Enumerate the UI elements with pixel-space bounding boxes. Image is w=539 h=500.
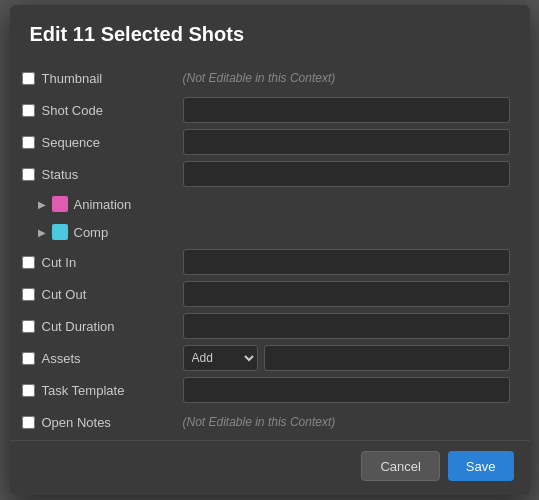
field-row-status: Status [20,158,510,190]
color-animation [52,196,68,212]
field-row-open-notes: Open Notes (Not Editable in this Context… [20,406,510,438]
checkbox-input-thumbnail[interactable] [22,72,35,85]
label-animation: Animation [74,197,132,212]
label-assets: Assets [38,351,183,366]
value-sequence [183,129,510,155]
input-status[interactable] [183,161,510,187]
dialog-title: Edit 11 Selected Shots [10,5,530,58]
expander-comp[interactable]: ▶ [38,227,52,238]
value-shot-code [183,97,510,123]
value-task-template [183,377,510,403]
label-status: Status [38,167,183,182]
checkbox-sequence[interactable] [20,136,38,149]
value-open-notes: (Not Editable in this Context) [183,415,510,429]
save-button[interactable]: Save [448,451,514,481]
value-cut-duration [183,313,510,339]
cancel-button[interactable]: Cancel [361,451,439,481]
select-assets[interactable]: Add Remove Set [183,345,258,371]
checkbox-input-status[interactable] [22,168,35,181]
checkbox-assets[interactable] [20,352,38,365]
field-row-assets: Assets Add Remove Set [20,342,510,374]
color-comp [52,224,68,240]
value-status [183,161,510,187]
label-cut-out: Cut Out [38,287,183,302]
dialog-footer: Cancel Save [10,440,530,495]
checkbox-cut-duration[interactable] [20,320,38,333]
checkbox-input-task-template[interactable] [22,384,35,397]
input-cut-in[interactable] [183,249,510,275]
value-cut-in [183,249,510,275]
field-row-task-template: Task Template [20,374,510,406]
task-row-comp: ▶ Comp [20,218,510,246]
value-assets: Add Remove Set [183,345,510,371]
dialog-body: Thumbnail (Not Editable in this Context)… [10,58,530,440]
input-cut-out[interactable] [183,281,510,307]
task-row-animation: ▶ Animation [20,190,510,218]
value-thumbnail: (Not Editable in this Context) [183,71,510,85]
label-cut-in: Cut In [38,255,183,270]
expander-animation[interactable]: ▶ [38,199,52,210]
checkbox-open-notes[interactable] [20,416,38,429]
field-row-shot-code: Shot Code [20,94,510,126]
checkbox-input-open-notes[interactable] [22,416,35,429]
checkbox-cut-in[interactable] [20,256,38,269]
checkbox-input-cut-duration[interactable] [22,320,35,333]
label-shot-code: Shot Code [38,103,183,118]
checkbox-input-cut-out[interactable] [22,288,35,301]
field-row-cut-out: Cut Out [20,278,510,310]
checkbox-shot-code[interactable] [20,104,38,117]
input-shot-code[interactable] [183,97,510,123]
checkbox-thumbnail[interactable] [20,72,38,85]
checkbox-input-sequence[interactable] [22,136,35,149]
input-cut-duration[interactable] [183,313,510,339]
label-cut-duration: Cut Duration [38,319,183,334]
checkbox-input-cut-in[interactable] [22,256,35,269]
label-sequence: Sequence [38,135,183,150]
label-thumbnail: Thumbnail [38,71,183,86]
input-task-template[interactable] [183,377,510,403]
field-row-cut-duration: Cut Duration [20,310,510,342]
checkbox-task-template[interactable] [20,384,38,397]
label-comp: Comp [74,225,109,240]
edit-shots-dialog: Edit 11 Selected Shots Thumbnail (Not Ed… [10,5,530,495]
value-cut-out [183,281,510,307]
input-sequence[interactable] [183,129,510,155]
checkbox-input-assets[interactable] [22,352,35,365]
label-open-notes: Open Notes [38,415,183,430]
checkbox-input-shot-code[interactable] [22,104,35,117]
input-assets[interactable] [264,345,510,371]
not-editable-open-notes: (Not Editable in this Context) [183,415,336,429]
field-row-thumbnail: Thumbnail (Not Editable in this Context) [20,62,510,94]
checkbox-cut-out[interactable] [20,288,38,301]
field-row-cut-in: Cut In [20,246,510,278]
label-task-template: Task Template [38,383,183,398]
not-editable-thumbnail: (Not Editable in this Context) [183,71,336,85]
checkbox-status[interactable] [20,168,38,181]
field-row-sequence: Sequence [20,126,510,158]
